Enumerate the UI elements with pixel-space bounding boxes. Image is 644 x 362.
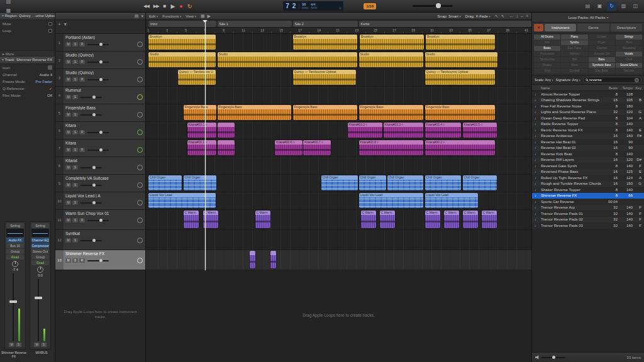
channel-strip[interactable]: SettingAudio FXBus 10GroupRead-7.4MS [4,221,26,349]
loop-row[interactable]: ♪Reversed Phase Bass16125E [532,169,644,175]
track-lane[interactable]: Liquid Vox LeadLiquid Vox LeadLiquid Vox… [146,192,531,210]
loop-category-button[interactable]: Piano [561,35,587,40]
region[interactable]: Fingerstyle Bass [293,105,357,120]
pan-knob[interactable] [137,217,143,223]
strip-slot[interactable]: Read [31,260,49,265]
zoom-in-icon[interactable]: + [526,14,528,18]
mute-button[interactable]: M [65,200,71,205]
region[interactable]: Brooklyn [360,35,424,50]
track-header[interactable]: 3Studio (Quincy)MSR [55,69,145,87]
loop-row[interactable]: ♪Almost Reverse Topper8128 [532,91,644,97]
region[interactable]: Kitara#00.7 ◊ [303,140,331,155]
close-loop-browser-button[interactable] [534,24,543,31]
loop-row[interactable]: ♪Remix Reverse Vocal FX8140E [532,127,644,133]
track-lane[interactable] [146,87,531,104]
region[interactable]: Fingerstyle Bass [184,105,217,120]
note-pads-icon[interactable]: ▣ [595,2,604,11]
loop-row[interactable]: ♪Rolled Up Tight Reverse FX16124A [532,175,644,181]
record-button[interactable]: ● [179,2,182,11]
track-lane[interactable]: BrooklynBrooklynBrooklynBrooklyn [146,34,531,52]
clear-search-icon[interactable] [635,78,639,82]
loop-row[interactable]: ♪Sports Car Reverse00:04 [532,199,644,205]
track-lane[interactable] [146,230,531,250]
mute-button[interactable]: M [65,77,71,82]
rewind-button[interactable]: ◀◀ [143,2,149,11]
insert-slot[interactable]: Channel EQ [31,238,49,243]
solo-button[interactable]: S [72,130,78,134]
solo-button[interactable]: S [72,95,78,99]
track-header[interactable]: 5Fingerstyle BassMS [55,104,145,122]
loop-category-button[interactable]: Vocals [616,52,642,57]
track-lane[interactable]: C WarmC WarmC WarmC WarmC WarmC WarmC Wa… [146,210,531,230]
solo-button[interactable]: S [72,238,78,243]
mute-button[interactable]: M [65,60,71,64]
track-header[interactable]: 8KitaratMS [55,157,145,175]
region[interactable]: Studio [425,52,498,67]
strip-slot[interactable]: Setting [31,223,49,228]
record-enable-button[interactable]: R [79,218,85,222]
loop-row[interactable]: ♪Reverse Ambience16140F# [532,133,644,140]
track-volume-slider[interactable] [87,44,109,45]
pan-knob[interactable] [137,94,143,100]
region[interactable]: Fingerstyle Bass [359,105,423,120]
mute-button[interactable]: M [65,130,71,134]
mute-button[interactable]: M [65,218,71,222]
track-volume-slider[interactable] [80,240,102,241]
region[interactable]: C Warm [380,211,395,228]
solo-button[interactable]: S [72,42,78,47]
loop-row[interactable]: ♪Rattle Reverse Topper8140 [532,121,644,128]
solo-button[interactable]: S [72,148,78,152]
stop-button[interactable]: ■ [164,2,167,11]
marker[interactable]: Säe 1 [218,21,292,27]
cycle-button[interactable]: ↻ [187,2,192,11]
tab-instrument[interactable]: Instrument [545,24,576,31]
zoom-horizontal-icon[interactable]: ↔ [509,14,514,18]
region[interactable]: Kitara#03.2 ◊ [348,123,383,138]
loop-category-button[interactable]: Bell [561,57,587,62]
track-volume-slider[interactable] [80,114,102,116]
track-volume-slider[interactable] [80,202,102,204]
strip-slot[interactable]: Group [31,255,49,260]
record-enable-button[interactable]: R [79,60,85,64]
loop-row[interactable]: ♪Rough and Tumble Reverse Chords16150G [532,181,644,187]
loop-category-button[interactable]: Percussion [534,52,560,57]
grid-icon[interactable]: ▦ [201,14,205,19]
region[interactable] [218,140,235,155]
command-tool-icon[interactable]: ↖ [501,14,505,19]
loop-category-button[interactable]: Strings [616,35,642,40]
marker[interactable]: Säe 2 [293,21,358,27]
region[interactable]: Kitara#00.1 ◊ [187,140,217,155]
loop-category-button[interactable]: Vinyl [534,69,560,74]
track-volume-slider[interactable] [87,79,109,80]
column-tempo[interactable]: Tempo [618,86,633,90]
master-volume-slider[interactable] [413,5,453,7]
track-inspector-header[interactable]: Track: Shimmer Reverse FX [0,57,55,64]
region[interactable] [250,251,255,268]
column-key[interactable]: Key [633,86,641,90]
strip-slot[interactable]: Bus 10 [6,243,24,248]
mute-button[interactable]: M [65,148,71,152]
strip-slot[interactable]: Group [6,249,24,254]
region[interactable]: Kitara#03.3 ◊ [384,123,423,138]
zoom-out-icon[interactable]: – [521,14,523,18]
track-header[interactable]: 2Studio (Quincy)MSR [55,52,145,69]
playhead[interactable] [205,20,206,270]
master-volume-thumb[interactable] [436,3,441,8]
loop-category-button[interactable]: Mallets [561,52,587,57]
region[interactable]: C Warm [361,211,376,228]
pan-knob[interactable] [137,165,143,170]
region[interactable]: Liquid Vox Lead [425,193,478,208]
track-volume-slider[interactable] [87,220,109,221]
track-lane[interactable]: Quincy — Tambourine UQuincy — Tambourine… [146,69,531,87]
track-header[interactable]: 1Portland (Aidan)MSR [55,34,145,52]
loop-row[interactable]: ♪Shaker Reverse Topper8140 [532,187,644,193]
lcd-chevron-icon[interactable] [339,1,341,12]
browsers-icon[interactable]: ▥ [619,2,628,11]
track-header[interactable]: 6KitaraMSR [55,122,145,140]
mute-button[interactable]: M [65,258,71,263]
loop-packs-dropdown[interactable]: Loop Packs: All Packs [532,13,644,23]
pan-knob[interactable] [137,147,143,153]
loop-row[interactable]: ♪Reverse Kick Beat8140 [532,151,644,157]
field-value[interactable] [48,65,52,70]
region[interactable]: Studio [359,52,423,67]
